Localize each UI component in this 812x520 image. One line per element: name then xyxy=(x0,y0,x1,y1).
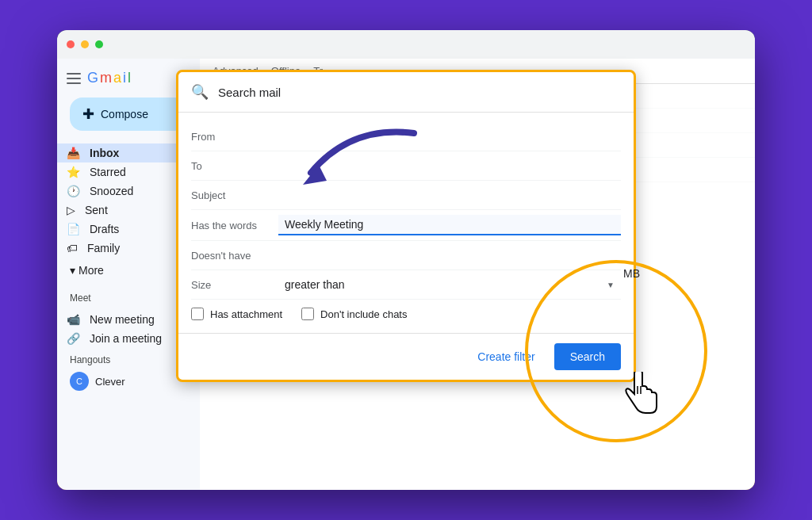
inbox-icon: 📥 xyxy=(67,147,80,159)
doesnt-have-input[interactable] xyxy=(278,246,621,265)
join-meeting-label: Join a meeting xyxy=(90,332,162,345)
size-label: Size xyxy=(191,279,278,291)
from-row: From xyxy=(191,122,621,151)
to-input[interactable] xyxy=(278,156,621,175)
sidebar-item-family[interactable]: 🏷 Family xyxy=(57,239,187,258)
join-icon: 🔗 xyxy=(67,332,80,345)
has-attachment-label: Has attachment xyxy=(210,308,282,320)
size-select[interactable]: greater than less than xyxy=(278,275,621,294)
has-words-input[interactable] xyxy=(278,215,621,235)
browser-close-dot[interactable] xyxy=(67,40,75,48)
create-filter-button[interactable]: Create filter xyxy=(468,344,544,369)
subject-label: Subject xyxy=(191,189,278,201)
browser-chrome xyxy=(57,30,755,59)
label-icon: 🏷 xyxy=(67,242,78,254)
browser-minimize-dot[interactable] xyxy=(81,40,89,48)
sidebar-item-snoozed[interactable]: 🕐 Snoozed xyxy=(57,182,187,201)
browser-maximize-dot[interactable] xyxy=(95,40,103,48)
sidebar-label-snoozed: Snoozed xyxy=(90,185,133,197)
sidebar-item-starred[interactable]: ⭐ Starred xyxy=(57,162,187,182)
draft-icon: 📄 xyxy=(67,223,80,235)
sidebar-item-inbox[interactable]: 📥 Inbox xyxy=(57,143,187,162)
doesnt-have-row: Doesn't have xyxy=(191,241,621,270)
watermark: CLEVERSEQUENCE.COM xyxy=(328,462,484,474)
has-words-row: Has the words xyxy=(191,210,621,241)
size-row: Size greater than less than ▼ xyxy=(191,270,621,300)
compose-button[interactable]: ✚ Compose xyxy=(70,98,187,131)
sidebar-item-join-meeting[interactable]: 🔗 Join a meeting xyxy=(57,329,187,348)
star-icon: ⭐ xyxy=(67,166,80,178)
chevron-down-icon: ▼ xyxy=(607,281,615,289)
gmail-logo: Gmail xyxy=(87,70,131,86)
send-icon: ▷ xyxy=(67,204,75,216)
plus-icon: ✚ xyxy=(82,105,94,123)
sidebar-item-new-meeting[interactable]: 📹 New meeting xyxy=(57,310,187,329)
subject-row: Subject xyxy=(191,181,621,210)
search-dialog: 🔍 Search mail From To Subject Has the wo… xyxy=(176,70,636,382)
dont-include-chats-label: Don't include chats xyxy=(320,308,407,320)
sidebar-label-drafts: Drafts xyxy=(90,223,119,235)
has-words-label: Has the words xyxy=(191,220,278,231)
dialog-footer: Create filter Search xyxy=(178,333,634,380)
sidebar-label-inbox: Inbox xyxy=(90,147,119,159)
more-label: More xyxy=(79,264,104,277)
from-label: From xyxy=(191,131,278,143)
clock-icon: 🕐 xyxy=(67,185,80,197)
search-button[interactable]: Search xyxy=(554,343,621,370)
sidebar-item-drafts[interactable]: 📄 Drafts xyxy=(57,220,187,239)
search-icon: 🔍 xyxy=(191,83,209,101)
dont-include-chats-checkbox-item[interactable]: Don't include chats xyxy=(301,308,407,320)
new-meeting-label: New meeting xyxy=(90,313,155,326)
dont-include-chats-checkbox[interactable] xyxy=(301,308,314,320)
avatar: C xyxy=(70,372,89,391)
to-row: To xyxy=(191,151,621,181)
has-attachment-checkbox[interactable] xyxy=(191,308,204,320)
search-dialog-title: Search mail xyxy=(218,86,281,99)
hangout-username: Clever xyxy=(95,376,125,388)
size-select-wrapper: greater than less than ▼ xyxy=(278,275,621,294)
mb-label: MB xyxy=(623,267,640,280)
from-input[interactable] xyxy=(278,127,621,146)
compose-label: Compose xyxy=(101,108,148,120)
sidebar-item-sent[interactable]: ▷ Sent xyxy=(57,201,187,220)
has-attachment-checkbox-item[interactable]: Has attachment xyxy=(191,308,282,320)
search-dialog-header: 🔍 Search mail xyxy=(178,72,634,113)
doesnt-have-label: Doesn't have xyxy=(191,250,278,262)
search-form: From To Subject Has the words Doesn't ha… xyxy=(178,113,634,333)
hamburger-menu-icon[interactable] xyxy=(67,73,81,84)
video-icon: 📹 xyxy=(67,313,80,326)
sidebar-label-starred: Starred xyxy=(90,166,126,178)
sidebar-label-family: Family xyxy=(87,242,120,254)
checkbox-row: Has attachment Don't include chats xyxy=(191,300,621,323)
subject-input[interactable] xyxy=(278,185,621,205)
chevron-down-icon: ▾ xyxy=(70,264,75,277)
sidebar-label-sent: Sent xyxy=(85,204,108,216)
to-label: To xyxy=(191,160,278,172)
screen-wrapper: Gmail ✚ Compose 📥 Inbox ⭐ Starred 🕐 Snoo… xyxy=(57,30,755,490)
